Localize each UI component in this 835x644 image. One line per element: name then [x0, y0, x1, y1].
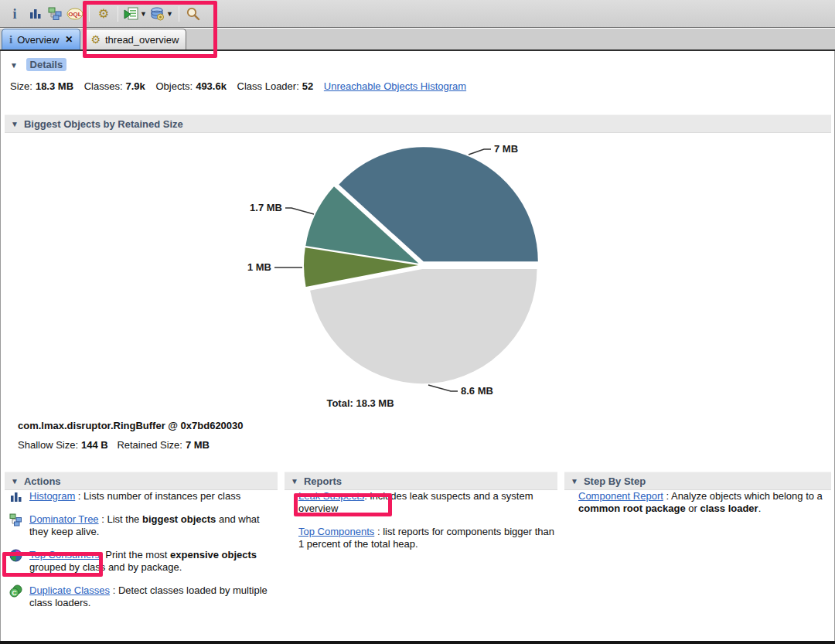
action-description: Lists number of instances per class: [84, 490, 240, 502]
bottom-columns: ▼ Actions Histogram : Lists number of in…: [5, 472, 831, 620]
search-button[interactable]: [183, 4, 203, 24]
info-icon: i: [9, 34, 12, 46]
dominator-tree-button[interactable]: [45, 4, 65, 24]
customize-retained-set-button[interactable]: ⚙: [94, 4, 114, 24]
separator-text: :: [663, 490, 671, 502]
dropdown-arrow-icon: ▼: [140, 10, 147, 18]
pie-chart-icon: [9, 549, 22, 562]
action-item-histogram: Histogram : Lists number of instances pe…: [9, 490, 274, 503]
svg-text:OQL: OQL: [68, 11, 81, 18]
tab-thread-overview[interactable]: ⚙ thread_overview: [83, 29, 186, 49]
separator-text: :: [75, 490, 84, 502]
oql-icon: OQL: [66, 8, 84, 20]
pie-total-label: Total: 18.3 MB: [326, 397, 394, 409]
separator-text: :: [364, 490, 370, 502]
step-by-step-header-label: Step By Step: [584, 475, 646, 487]
collapse-arrow-icon[interactable]: ▼: [571, 477, 578, 486]
shallow-size-label: Shallow Size:: [18, 439, 78, 451]
actions-section-header[interactable]: ▼ Actions: [5, 472, 278, 490]
histogram-icon: [29, 7, 42, 20]
component-report-link[interactable]: Component Report: [578, 490, 663, 502]
collapse-arrow-icon[interactable]: ▼: [11, 477, 19, 486]
tab-label: thread_overview: [105, 34, 179, 46]
reports-column: ▼ Reports Leak Suspects: includes leak s…: [285, 472, 557, 620]
heap-dump-icon: [150, 7, 165, 21]
stat-value: 493.6k: [196, 80, 227, 92]
action-item-dominator-tree: Dominator Tree : List the biggest object…: [9, 513, 274, 538]
retained-size-label: Retained Size:: [117, 439, 182, 451]
histogram-icon: [9, 490, 22, 503]
pie-slice-label: 7 MB: [494, 143, 518, 155]
unreachable-objects-histogram-link[interactable]: Unreachable Objects Histogram: [324, 80, 466, 92]
biggest-objects-section-header[interactable]: ▼ Biggest Objects by Retained Size: [5, 114, 831, 133]
collapse-arrow-icon[interactable]: ▼: [11, 120, 19, 128]
dominator-tree-link[interactable]: Dominator Tree: [29, 513, 99, 525]
stat-label: Size:: [10, 80, 32, 92]
stat-label: Objects:: [155, 80, 193, 92]
collapse-arrow-icon[interactable]: ▼: [10, 61, 18, 70]
pie-slice-label: 8.6 MB: [461, 385, 493, 397]
step-by-step-column: ▼ Step By Step Component Report : Analyz…: [564, 472, 831, 620]
dominator-tree-icon: [9, 513, 22, 526]
actions-column: ▼ Actions Histogram : Lists number of in…: [5, 472, 278, 620]
actions-header-label: Actions: [24, 475, 61, 487]
top-consumers-link[interactable]: Top Consumers: [29, 549, 100, 561]
details-section-header[interactable]: ▼ Details: [10, 59, 66, 70]
separator-text: :: [374, 526, 383, 537]
pie-slice-label: 1.7 MB: [250, 202, 282, 213]
stat-label: Classes:: [84, 80, 123, 92]
leak-suspects-link[interactable]: Leak Suspects: [298, 490, 364, 502]
info-button[interactable]: i: [5, 4, 25, 24]
report-item-leak-suspects: Leak Suspects: includes leak suspects an…: [289, 490, 554, 515]
report-item-top-components: Top Components : list reports for compon…: [289, 526, 554, 550]
main-toolbar: i OQL ⚙: [0, 0, 835, 28]
shallow-size-value: 144 B: [81, 439, 108, 451]
duplicate-classes-link[interactable]: Duplicate Classes: [29, 584, 110, 596]
biggest-objects-header-label: Biggest Objects by Retained Size: [24, 118, 183, 130]
action-item-duplicate-classes: C Duplicate Classes : Detect classes loa…: [9, 584, 274, 609]
pie-slice-4[interactable]: [310, 269, 537, 383]
dominator-tree-icon: [48, 7, 62, 20]
run-report-icon: [124, 7, 138, 20]
stat-label: Class Loader:: [237, 80, 299, 92]
separator-text: :: [110, 584, 118, 596]
svg-text:C: C: [12, 589, 16, 597]
selected-object-title: com.lmax.disruptor.RingBuffer @ 0x7bd620…: [18, 420, 244, 431]
pie-slice-label: 1 MB: [247, 261, 271, 273]
stat-value: 52: [302, 80, 313, 92]
pie-leader-line: [285, 208, 314, 214]
stat-value: 18.3 MB: [36, 80, 73, 92]
info-icon: i: [12, 7, 16, 21]
details-header-label: Details: [26, 58, 67, 71]
histogram-link[interactable]: Histogram: [29, 490, 75, 502]
search-icon: [186, 7, 200, 21]
heap-stats-line: Size:18.3 MB Classes:7.9k Objects:493.6k…: [10, 80, 466, 92]
collapse-arrow-icon[interactable]: ▼: [291, 477, 298, 486]
gear-icon: ⚙: [90, 34, 101, 45]
run-expert-report-button[interactable]: ▼: [122, 4, 148, 24]
oql-button[interactable]: OQL: [65, 4, 85, 24]
histogram-button[interactable]: [25, 4, 45, 24]
top-components-link[interactable]: Top Components: [298, 526, 374, 537]
tab-overview[interactable]: i Overview ✕: [2, 29, 80, 49]
toolbar-separator: [118, 6, 118, 22]
separator-text: :: [99, 513, 107, 525]
reports-section-header[interactable]: ▼ Reports: [285, 472, 557, 490]
retained-size-value: 7 MB: [186, 439, 210, 451]
close-tab-icon[interactable]: ✕: [65, 34, 73, 45]
toolbar-separator: [179, 6, 179, 22]
overview-pane: ▼ Details Size:18.3 MB Classes:7.9k Obje…: [0, 51, 835, 641]
duplicate-classes-icon: C: [9, 584, 22, 598]
toolbar-separator: [89, 6, 90, 22]
selected-object-sizes: Shallow Size:144 B Retained Size:7 MB: [18, 439, 216, 451]
pie-leader-line: [469, 149, 491, 155]
step-item-component-report: Component Report : Analyze objects which…: [569, 490, 828, 515]
reports-header-label: Reports: [304, 475, 342, 487]
retained-size-pie-chart: 7 MB1.7 MB1 MB8.6 MBTotal: 18.3 MB: [233, 138, 666, 413]
dropdown-arrow-icon: ▼: [166, 10, 173, 18]
acquire-heap-dump-button[interactable]: ▼: [148, 4, 175, 24]
pie-leader-line: [428, 385, 458, 391]
step-by-step-section-header[interactable]: ▼ Step By Step: [564, 472, 831, 490]
stat-value: 7.9k: [126, 80, 145, 92]
editor-tab-bar: i Overview ✕ ⚙ thread_overview: [0, 29, 835, 49]
